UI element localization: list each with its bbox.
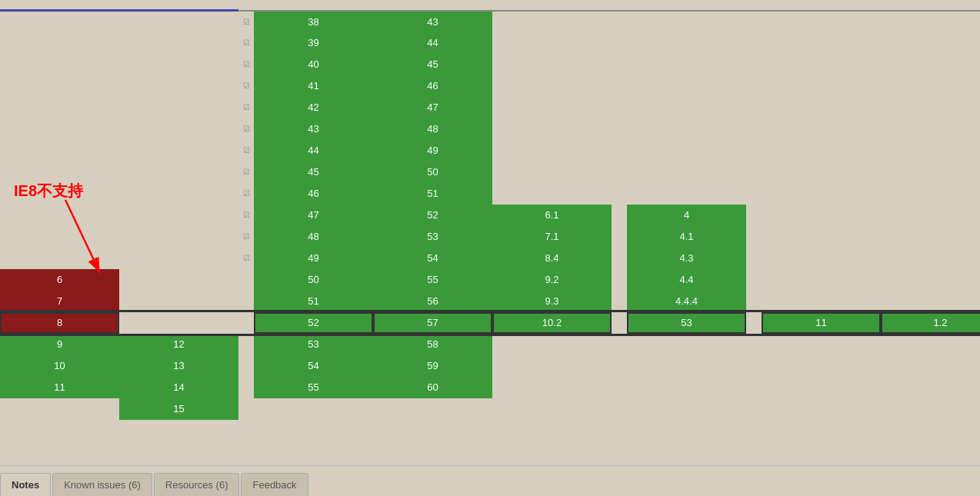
table-row: 11145560 [0, 377, 980, 398]
table-row: ☑4449 [0, 140, 980, 161]
table-cell: 52 [373, 205, 492, 226]
table-cell: 55 [254, 377, 373, 398]
table-cell [627, 75, 746, 97]
table-row: ☑3944 [0, 32, 980, 54]
table-cell: 4.4.4 [627, 291, 746, 312]
ios-star-cell [612, 54, 627, 75]
firefox-header [254, 0, 373, 11]
table-cell [627, 183, 746, 205]
table-cell [119, 140, 238, 161]
table-cell: 8 [0, 312, 119, 334]
android-star-cell [746, 312, 762, 334]
table-cell: 53 [627, 312, 746, 334]
android-star-cell [746, 183, 762, 205]
table-cell: 48 [254, 226, 373, 248]
table-cell: 43 [254, 118, 373, 140]
table-row: ☑4247 [0, 97, 980, 118]
table-cell: 9.2 [492, 269, 612, 291]
android-star-cell [746, 11, 762, 32]
tab-button[interactable]: Notes [0, 473, 51, 496]
table-cell [119, 205, 238, 226]
android-star-cell [746, 205, 762, 226]
table-cell [762, 355, 881, 377]
table-cell: 12 [119, 334, 238, 355]
table-cell [119, 291, 238, 312]
table-cell [492, 334, 612, 355]
star1-header [238, 0, 254, 11]
ff-star-cell: ☑ [238, 11, 254, 32]
table-cell [492, 75, 612, 97]
ff-star-cell: ☑ [238, 32, 254, 54]
android-star-cell [746, 291, 762, 312]
table-cell [881, 97, 980, 118]
table-cell [0, 97, 119, 118]
ie-header [0, 0, 119, 11]
table-cell [119, 54, 238, 75]
table-cell [762, 205, 881, 226]
table-row: ☑47526.14 [0, 205, 980, 226]
table-cell [762, 398, 881, 420]
table-cell [0, 75, 119, 97]
table-cell: 43 [373, 11, 492, 32]
table-cell [881, 75, 980, 97]
table-cell: 9 [0, 334, 119, 355]
ff-star-cell: ☑ [238, 183, 254, 205]
table-cell: 38 [254, 11, 373, 32]
table-cell: 52 [254, 312, 373, 334]
ff-star-cell [238, 355, 254, 377]
tab-button[interactable]: Resources (6) [154, 473, 240, 496]
table-cell [0, 161, 119, 183]
table-cell [881, 183, 980, 205]
tab-button[interactable]: Known issues (6) [52, 473, 152, 496]
table-row: ☑4045 [0, 54, 980, 75]
table-cell [762, 161, 881, 183]
table-cell: 59 [373, 355, 492, 377]
table-cell: 58 [373, 334, 492, 355]
table-cell [762, 269, 881, 291]
android-star-cell [746, 226, 762, 248]
ff-star-cell: ☑ [238, 161, 254, 183]
table-cell: 4.4 [627, 269, 746, 291]
table-cell [492, 377, 612, 398]
table-row: ☑4651 [0, 183, 980, 205]
table-cell [881, 269, 980, 291]
table-row: 10135459 [0, 355, 980, 377]
table-cell [762, 97, 881, 118]
table-cell: 10 [0, 355, 119, 377]
table-cell [627, 54, 746, 75]
table-cell [627, 377, 746, 398]
ios-star-cell [612, 312, 627, 334]
table-row: 15 [0, 398, 980, 420]
table-cell [762, 183, 881, 205]
tab-button[interactable]: Feedback [241, 473, 308, 496]
star3-header [746, 0, 762, 11]
table-cell [762, 140, 881, 161]
table-cell [881, 32, 980, 54]
bottom-tabs: NotesKnown issues (6)Resources (6)Feedba… [0, 465, 980, 496]
ff-star-cell: ☑ [238, 226, 254, 248]
ff-star-cell [238, 312, 254, 334]
ff-star-cell [238, 398, 254, 420]
ff-star-cell [238, 291, 254, 312]
table-cell [492, 183, 612, 205]
ios-star-cell [612, 205, 627, 226]
ios-star-cell [612, 398, 627, 420]
table-cell: 55 [373, 269, 492, 291]
table-cell [492, 54, 612, 75]
table-cell: 46 [254, 183, 373, 205]
table-cell [373, 398, 492, 420]
table-cell [0, 11, 119, 32]
table-cell [881, 140, 980, 161]
table-cell [627, 161, 746, 183]
table-cell: 7.1 [492, 226, 612, 248]
table-wrapper: IE8不支持 [0, 0, 980, 465]
table-cell [119, 161, 238, 183]
ff-star-cell: ☑ [238, 54, 254, 75]
browser-compat-table: ☑3843☑3944☑4045☑4146☑4247☑4348☑4449☑4550… [0, 0, 980, 420]
table-cell: 41 [254, 75, 373, 97]
table-cell [762, 291, 881, 312]
table-cell: 44 [373, 32, 492, 54]
table-cell: 56 [373, 291, 492, 312]
table-cell [881, 161, 980, 183]
ios-star-cell [612, 355, 627, 377]
